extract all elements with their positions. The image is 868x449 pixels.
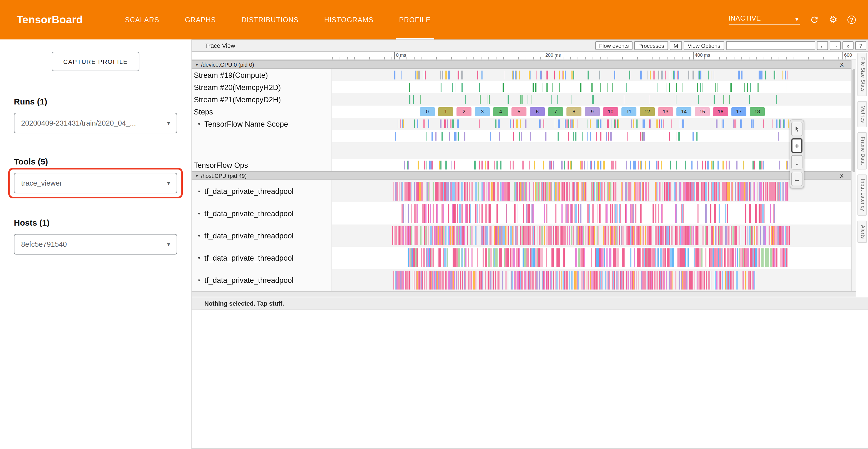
horizontal-strip (192, 291, 856, 297)
side-tab-input-latency[interactable]: Input Latency (858, 174, 867, 215)
step-block-13[interactable]: 13 (658, 107, 673, 116)
time-ruler: 0 ms200 ms400 ms600 (192, 52, 856, 60)
step-block-16[interactable]: 16 (713, 107, 728, 116)
trace-track-threadpool-4[interactable] (332, 269, 856, 291)
runs-select[interactable]: 20200409-231431/train/2020_04_... ▼ (14, 113, 177, 133)
sidebar: CAPTURE PROFILE Runs (1) 20200409-231431… (0, 39, 192, 449)
help-icon[interactable]: ? (847, 16, 856, 24)
step-block-6[interactable]: 6 (530, 107, 545, 116)
nav-forward-button[interactable]: → (830, 41, 841, 50)
step-block-14[interactable]: 14 (676, 107, 691, 116)
trace-track-tf-ops[interactable] (332, 159, 856, 171)
step-block-15[interactable]: 15 (695, 107, 710, 116)
step-block-17[interactable]: 17 (732, 107, 746, 116)
zoom-tool-icon[interactable]: ↓ (792, 155, 803, 170)
step-block-4[interactable]: 4 (493, 107, 508, 116)
ruler-label: 600 (842, 52, 852, 59)
main-nav: SCALARSGRAPHSDISTRIBUTIONSHISTOGRAMSPROF… (122, 0, 434, 39)
refresh-icon[interactable] (810, 15, 819, 25)
caret-down-icon: ▼ (166, 180, 171, 186)
trace-viewer: Trace View Flow events Processes M View … (192, 39, 868, 449)
scrollbar-thumb[interactable] (852, 69, 855, 172)
trace-track-name-scope[interactable] (332, 118, 856, 130)
settings-gear-icon[interactable]: ⚙ (829, 14, 838, 26)
step-block-2[interactable]: 2 (457, 107, 471, 116)
step-block-18[interactable]: 18 (750, 107, 765, 116)
gpu-section-header[interactable]: ▼ /device:GPU:0 (pid 0) X (192, 60, 856, 69)
ruler-ticks (332, 57, 851, 59)
vertical-scrollbar[interactable] (851, 60, 856, 291)
tab-graphs[interactable]: GRAPHS (182, 0, 219, 39)
row-label-blank (192, 130, 332, 142)
step-block-0[interactable]: 0 (420, 107, 435, 116)
step-block-1[interactable]: 1 (438, 107, 453, 116)
ruler-label: 400 ms (693, 52, 710, 59)
collapse-triangle-icon: ▼ (195, 174, 199, 178)
step-block-10[interactable]: 10 (603, 107, 618, 116)
nav-back-button[interactable]: ← (817, 41, 828, 50)
trace-track-stream19[interactable] (332, 69, 856, 81)
flow-events-button[interactable]: Flow events (595, 41, 633, 50)
threadpool-label: tf_data_private_threadpool (205, 209, 293, 217)
capture-profile-button[interactable]: CAPTURE PROFILE (52, 52, 140, 71)
tab-distributions[interactable]: DISTRIBUTIONS (238, 0, 302, 39)
view-options-button[interactable]: View Options (684, 41, 724, 50)
step-block-7[interactable]: 7 (548, 107, 563, 116)
status-select[interactable]: INACTIVE ▼ (728, 14, 800, 25)
step-block-3[interactable]: 3 (475, 107, 490, 116)
details-bar: Nothing selected. Tap stuff. (192, 297, 868, 310)
cpu-close-button[interactable]: X (840, 173, 843, 179)
row-label-threadpool-2[interactable]: ▼tf_data_private_threadpool (192, 224, 332, 247)
trace-track-name-scope-2[interactable] (332, 130, 856, 142)
row-label-threadpool-4[interactable]: ▼tf_data_private_threadpool (192, 269, 332, 291)
row-label-tf-ops[interactable]: TensorFlow Ops (192, 159, 332, 171)
side-tab-file-size-stats[interactable]: File Size Stats (858, 53, 867, 96)
trace-track-threadpool-0[interactable] (332, 180, 856, 202)
trace-track-stream21[interactable] (332, 93, 856, 106)
gpu-close-button[interactable]: X (840, 61, 843, 67)
row-label-threadpool-1[interactable]: ▼tf_data_private_threadpool (192, 202, 332, 224)
threadpool-label: tf_data_private_threadpool (205, 187, 293, 195)
side-tab-metrics[interactable]: Metrics (858, 101, 867, 127)
row-label-steps[interactable]: Steps (192, 106, 332, 118)
trace-track-threadpool-3[interactable] (332, 247, 856, 269)
step-block-9[interactable]: 9 (585, 107, 600, 116)
steps-track[interactable]: 0123456789101112131415161718 (332, 106, 856, 118)
trace-search-input[interactable] (726, 41, 815, 50)
step-block-12[interactable]: 12 (640, 107, 655, 116)
trace-track-stream20[interactable] (332, 81, 856, 93)
tools-select[interactable]: trace_viewer ▼ (14, 173, 177, 193)
details-message: Nothing selected. Tap stuff. (205, 300, 284, 307)
step-block-5[interactable]: 5 (512, 107, 526, 116)
pan-tool-icon[interactable]: + (792, 138, 803, 153)
tab-profile[interactable]: PROFILE (396, 0, 434, 39)
caret-down-icon: ▼ (166, 120, 171, 126)
trace-track-threadpool-2[interactable] (332, 224, 856, 247)
tab-histograms[interactable]: HISTOGRAMS (321, 0, 377, 39)
step-block-11[interactable]: 11 (621, 107, 637, 116)
step-block-8[interactable]: 8 (566, 107, 582, 116)
select-tool-icon[interactable] (792, 122, 803, 136)
row-label-threadpool-3[interactable]: ▼tf_data_private_threadpool (192, 247, 332, 269)
row-label-name-scope[interactable]: ▼TensorFlow Name Scope (192, 118, 332, 130)
nav-skip-button[interactable]: » (842, 41, 854, 50)
cpu-section-header[interactable]: ▼ /host:CPU (pid 49) X (192, 171, 856, 180)
side-tab-alerts[interactable]: Alerts (858, 220, 867, 243)
threadpool-label: tf_data_private_threadpool (205, 232, 293, 240)
timing-tool-icon[interactable]: ↔ (792, 172, 803, 186)
side-tab-frame-data[interactable]: Frame Data (858, 132, 867, 169)
tab-scalars[interactable]: SCALARS (122, 0, 163, 39)
m-button[interactable]: M (670, 41, 682, 50)
tools-field: Tools (5) trace_viewer ▼ (14, 157, 177, 193)
processes-button[interactable]: Processes (634, 41, 668, 50)
topbar: TensorBoard SCALARSGRAPHSDISTRIBUTIONSHI… (0, 0, 868, 39)
gpu-section-title: /device:GPU:0 (pid 0) (201, 61, 254, 67)
row-label-stream21[interactable]: Stream #21(MemcpyD2H) (192, 93, 332, 106)
trace-help-button[interactable]: ? (855, 41, 866, 50)
trace-track-threadpool-1[interactable] (332, 202, 856, 224)
row-label-stream20[interactable]: Stream #20(MemcpyH2D) (192, 81, 332, 93)
details-body[interactable] (192, 310, 868, 448)
row-label-threadpool-0[interactable]: ▼tf_data_private_threadpool (192, 180, 332, 202)
row-label-stream19[interactable]: Stream #19(Compute) (192, 69, 332, 81)
hosts-select[interactable]: 8efc5e791540 ▼ (14, 234, 177, 255)
